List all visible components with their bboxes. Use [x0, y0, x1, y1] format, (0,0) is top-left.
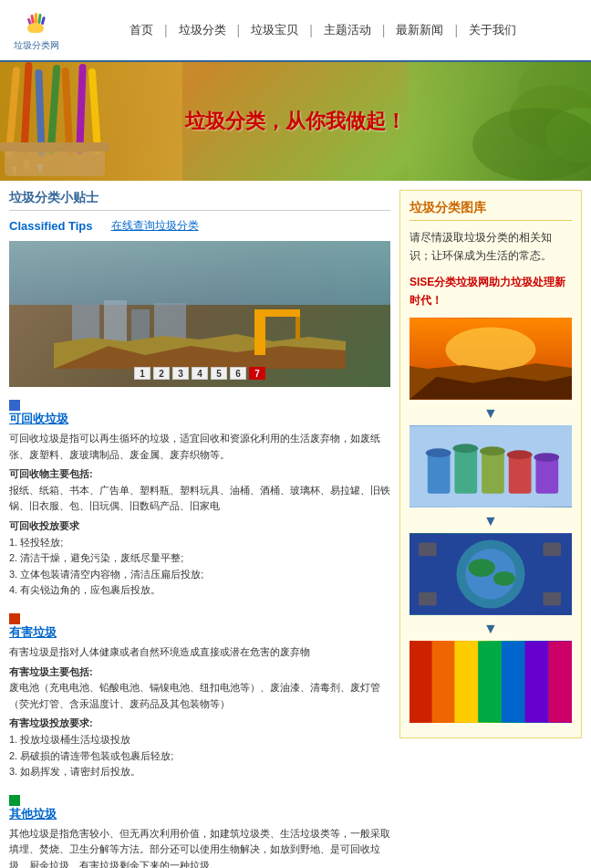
section-title: 垃圾分类小贴士: [9, 190, 390, 211]
svg-point-46: [534, 453, 559, 462]
nav-activities[interactable]: 主题活动: [313, 22, 382, 38]
other-intro: 其他垃圾是指危害较小、但无再次利用价值，如建筑垃圾类、生活垃圾类等，一般采取填埋…: [9, 826, 390, 868]
recyclable-icon-row: [9, 398, 390, 411]
logo-icon: [18, 7, 55, 39]
nav-home[interactable]: 首页: [119, 22, 164, 38]
svg-rect-53: [543, 542, 561, 556]
banner-slogan: 垃圾分类，从你我做起！: [185, 108, 406, 135]
logo-text: 垃圾分类网: [14, 39, 59, 52]
gallery-image-1[interactable]: [410, 318, 572, 400]
svg-rect-30: [254, 309, 300, 317]
svg-point-44: [480, 446, 505, 455]
slide-dot-1[interactable]: 1: [134, 367, 150, 380]
arrow-down-3: ▼: [410, 621, 572, 637]
gallery-image-4-visual: [410, 641, 572, 723]
svg-rect-62: [548, 641, 572, 722]
svg-rect-58: [454, 641, 478, 722]
svg-rect-61: [525, 641, 549, 722]
hazardous-title[interactable]: 有害垃圾: [9, 625, 57, 639]
svg-rect-31: [296, 317, 300, 340]
tips-header: Classified Tips 在线查询垃圾分类: [9, 218, 390, 234]
main-nav: 首页 | 垃圾分类 | 垃圾宝贝 | 主题活动 | 最新新闻 | 关于我们: [64, 22, 582, 38]
slideshow: 1 2 3 4 5 6 7: [9, 241, 390, 387]
hazardous-icon-row: [9, 612, 390, 624]
svg-rect-2: [35, 13, 37, 24]
hazardous-section: 有害垃圾 有害垃圾是指对人体健康或者自然环境造成直接或潜在危害的废弃物 有害垃圾…: [9, 612, 390, 780]
slide-dot-5[interactable]: 5: [211, 367, 227, 380]
slide-dot-2[interactable]: 2: [153, 367, 170, 380]
banner-pencils-decoration: [0, 62, 182, 181]
arrow-down-1: ▼: [410, 405, 572, 422]
svg-point-45: [507, 450, 533, 459]
svg-point-50: [468, 559, 495, 577]
svg-rect-60: [502, 641, 525, 722]
svg-rect-56: [410, 641, 432, 722]
svg-rect-17: [5, 149, 105, 176]
gallery-image-1-visual: [410, 318, 572, 400]
other-icon-row: [9, 793, 390, 806]
classified-tips-label: Classified Tips: [9, 219, 93, 233]
nav-classify[interactable]: 垃圾分类: [168, 22, 237, 38]
hazardous-intro: 有害垃圾是指对人体健康或者自然环境造成直接或潜在危害的废弃物: [9, 644, 390, 661]
slide-dot-4[interactable]: 4: [192, 367, 208, 380]
svg-rect-59: [478, 641, 502, 722]
other-color-icon: [9, 795, 20, 806]
recyclable-intro: 可回收垃圾是指可以再生循环的垃圾，适宜回收和资源化利用的生活废弃物，如废纸张、废…: [9, 431, 390, 463]
recyclable-section: 可回收垃圾 可回收垃圾是指可以再生循环的垃圾，适宜回收和资源化利用的生活废弃物，…: [9, 398, 390, 599]
hazardous-requirements: 有害垃圾投放要求:1. 投放垃圾桶生活垃圾投放2. 易破损的请连带包装或包裹后轻…: [9, 716, 390, 779]
hazardous-items: 有害垃圾主要包括:废电池（充电电池、铅酸电池、镉镍电池、纽扣电池等）、废油漆、清…: [9, 664, 390, 713]
gallery-image-2-visual: [410, 425, 572, 507]
svg-rect-37: [428, 453, 451, 494]
svg-rect-38: [454, 448, 477, 493]
svg-rect-54: [419, 591, 437, 605]
hazardous-color-icon: [9, 613, 20, 624]
gallery-title: 垃圾分类图库: [410, 200, 572, 221]
other-section: 其他垃圾 其他垃圾是指危害较小、但无再次利用价值，如建筑垃圾类、生活垃圾类等，一…: [9, 793, 390, 868]
svg-rect-6: [27, 24, 44, 33]
svg-rect-40: [509, 455, 532, 494]
recyclable-items: 可回收物主要包括:报纸、纸箱、书本、广告单、塑料瓶、塑料玩具、油桶、酒桶、玻璃杯…: [9, 466, 390, 515]
slide-scene: [9, 296, 390, 369]
slide-dot-6[interactable]: 6: [230, 367, 246, 380]
banner: 垃圾分类，从你我做起！: [0, 62, 591, 181]
slide-dot-7[interactable]: 7: [249, 367, 265, 380]
slideshow-dots: 1 2 3 4 5 6 7: [134, 367, 265, 380]
online-query-link[interactable]: 在线查询垃圾分类: [111, 218, 199, 234]
svg-rect-41: [535, 457, 558, 494]
left-column: 垃圾分类小贴士 Classified Tips 在线查询垃圾分类: [9, 190, 390, 868]
svg-rect-14: [61, 68, 73, 155]
nav-news[interactable]: 最新新闻: [385, 22, 454, 38]
logo: 垃圾分类网: [9, 7, 64, 53]
svg-point-22: [472, 108, 591, 181]
gallery-desc1: 请尽情汲取垃圾分类的相关知识；让环保成为生活的常态。: [410, 228, 572, 266]
recyclable-color-icon: [9, 400, 20, 411]
slide-dot-3[interactable]: 3: [172, 367, 189, 380]
other-title[interactable]: 其他垃圾: [9, 807, 57, 821]
svg-point-42: [426, 448, 451, 457]
banner-green-decoration: [409, 62, 591, 181]
svg-rect-13: [47, 65, 61, 154]
nav-about[interactable]: 关于我们: [458, 22, 527, 38]
svg-rect-55: [543, 591, 561, 605]
recyclable-title[interactable]: 可回收垃圾: [9, 412, 68, 425]
svg-point-51: [493, 571, 515, 586]
svg-point-43: [452, 444, 478, 453]
header: 垃圾分类网 首页 | 垃圾分类 | 垃圾宝贝 | 主题活动 | 最新新闻 | 关…: [0, 0, 591, 62]
svg-rect-9: [20, 62, 32, 153]
sise-label: SISE分类垃圾网助力垃圾处理新时代！: [410, 276, 565, 307]
recyclable-requirements: 可回收投放要求1. 轻投轻放;2. 清洁干燥，避免污染，废纸尽量平整;3. 立体…: [9, 518, 390, 599]
arrow-down-2: ▼: [410, 513, 572, 529]
gallery-image-4[interactable]: [410, 641, 572, 723]
gallery-image-3[interactable]: [410, 533, 572, 615]
gallery-desc2: SISE分类垃圾网助力垃圾处理新时代！: [410, 273, 572, 310]
svg-rect-57: [432, 641, 455, 722]
nav-treasure[interactable]: 垃圾宝贝: [240, 22, 309, 38]
gallery-box: 垃圾分类图库 请尽情汲取垃圾分类的相关知识；让环保成为生活的常态。 SISE分类…: [399, 190, 582, 738]
svg-rect-52: [419, 542, 437, 556]
svg-rect-18: [0, 142, 109, 152]
svg-rect-15: [76, 64, 86, 154]
main-content: 垃圾分类小贴士 Classified Tips 在线查询垃圾分类: [0, 181, 591, 868]
right-column: 垃圾分类图库 请尽情汲取垃圾分类的相关知识；让环保成为生活的常态。 SISE分类…: [399, 190, 582, 868]
svg-rect-39: [482, 451, 504, 493]
gallery-image-2[interactable]: [410, 425, 572, 507]
